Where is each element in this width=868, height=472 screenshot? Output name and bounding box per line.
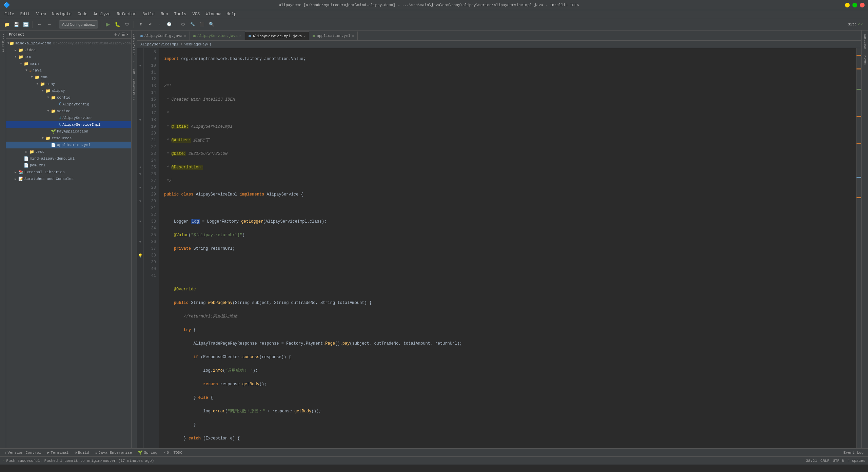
- breadcrumb-arrow: ›: [180, 42, 182, 46]
- menu-window[interactable]: Window: [203, 11, 223, 17]
- search-button[interactable]: 🔍: [208, 20, 216, 28]
- git-push-icon: ↑: [3, 459, 5, 463]
- menu-edit[interactable]: Edit: [18, 11, 33, 17]
- run-button[interactable]: ▶: [104, 20, 112, 28]
- bottom-tab-todo[interactable]: ✓ 6: TODO: [161, 450, 185, 455]
- vcs-update-button[interactable]: ⬆: [137, 20, 145, 28]
- debug-button[interactable]: 🐛: [113, 20, 121, 28]
- back-button[interactable]: ←: [36, 20, 44, 28]
- arrow-resources: ▼: [40, 137, 45, 140]
- tree-item-alipay[interactable]: ▼ 📁 alipay: [6, 87, 131, 94]
- coverage-button[interactable]: 🛡: [123, 20, 131, 28]
- vcs-push-button[interactable]: ↑: [156, 20, 164, 28]
- tab-alipay-service[interactable]: AlipayService.java ✕: [190, 32, 245, 40]
- tab-close-app-yml[interactable]: ✕: [352, 34, 354, 38]
- git-push-status[interactable]: ↑ Push successful: Pushed 1 commit to or…: [3, 459, 154, 463]
- menu-file[interactable]: File: [2, 11, 17, 17]
- favorites-tab[interactable]: 2: Favorites: [132, 32, 136, 57]
- tab-icon-app-yml: [313, 35, 315, 37]
- maven-panel-tab[interactable]: Maven: [863, 54, 867, 67]
- project-tab-vert[interactable]: 1: Project: [1, 32, 5, 54]
- menu-analyze[interactable]: Analyze: [91, 11, 113, 17]
- tab-application-yml[interactable]: application.yml ✕: [309, 32, 358, 40]
- gutter-8: [137, 49, 143, 56]
- status-position[interactable]: 38:21: [806, 459, 817, 463]
- menu-view[interactable]: View: [34, 11, 49, 17]
- tree-item-test[interactable]: ▶ 📁 test: [6, 148, 131, 155]
- structure-tab[interactable]: 7: Structure: [132, 77, 136, 102]
- tree-item-scratches[interactable]: ▶ 📝 Scratches and Consoles: [6, 176, 131, 182]
- tree-item-pom[interactable]: ▶ 📄 pom.xml: [6, 162, 131, 169]
- status-indent[interactable]: 4 spaces: [847, 459, 865, 463]
- scratches-label: Scratches and Consoles: [24, 177, 74, 181]
- web-tab[interactable]: Web: [132, 67, 136, 76]
- open-file-button[interactable]: 📁: [3, 20, 11, 28]
- left-vertical-tabs: 1: Project: [0, 30, 6, 448]
- tab-close-alipay-service-impl[interactable]: ✕: [303, 34, 305, 38]
- structure-tab-left[interactable]: ★: [132, 59, 136, 65]
- project-sync-icon[interactable]: ⇌: [118, 32, 120, 37]
- bottom-tab-event-log[interactable]: Event Log: [841, 450, 866, 455]
- code-editor[interactable]: ▼ ▼ ● ▼ ▼: [137, 48, 861, 448]
- project-gear-icon[interactable]: ⚙: [114, 32, 117, 37]
- tree-item-resources[interactable]: ▼ 📁 resources: [6, 135, 131, 142]
- external-tools-button[interactable]: 🔧: [189, 20, 197, 28]
- tab-alipay-service-impl[interactable]: AlipayServiceImpl.java ✕: [245, 32, 309, 40]
- menu-build[interactable]: Build: [140, 11, 157, 17]
- tree-item-config[interactable]: ▼ 📁 config: [6, 94, 131, 101]
- gutter-34: [137, 225, 143, 232]
- project-settings-icon[interactable]: ☰: [121, 32, 125, 37]
- tree-item-src[interactable]: ▼ 📁 src: [6, 54, 131, 60]
- run-config-selector[interactable]: Add Configuration...: [59, 20, 98, 28]
- status-encoding[interactable]: UTF-8: [833, 459, 844, 463]
- vcs-history-button[interactable]: 🕐: [165, 20, 173, 28]
- tree-item-pay-application[interactable]: ▶ 🌱 PayApplication: [6, 128, 131, 135]
- sync-button[interactable]: 🔄: [22, 20, 30, 28]
- code-content[interactable]: import org.springframework.beans.factory…: [159, 48, 856, 448]
- tree-item-root[interactable]: ▼ 📁 mind-alipay-demo D:\code\MyGiteeProj…: [6, 40, 131, 47]
- breadcrumb-method[interactable]: webPagePay(): [184, 42, 211, 46]
- bulb-icon[interactable]: 💡: [138, 253, 143, 258]
- tree-item-idea[interactable]: ▶ 📁 .idea: [6, 47, 131, 54]
- terminal-button[interactable]: ⬛: [198, 20, 206, 28]
- forward-button[interactable]: →: [45, 20, 53, 28]
- vcs-commit-button[interactable]: ✔: [146, 20, 154, 28]
- tree-item-main[interactable]: ▼ 📁 main: [6, 60, 131, 67]
- minimize-button[interactable]: [845, 3, 850, 7]
- tree-item-serice[interactable]: ▼ 📁 serice: [6, 108, 131, 115]
- menu-run[interactable]: Run: [158, 11, 171, 17]
- save-button[interactable]: 💾: [12, 20, 20, 28]
- bottom-tab-terminal[interactable]: ▶ Terminal: [45, 450, 71, 455]
- tree-item-iml[interactable]: ▶ 📄 mind-alipay-demo.iml: [6, 155, 131, 162]
- bottom-tab-build[interactable]: ⚙ Build: [72, 450, 92, 455]
- bottom-tab-spring[interactable]: 🌱 Spring: [135, 450, 160, 455]
- tab-alipay-config[interactable]: AlipayConfig.java ✕: [137, 32, 190, 40]
- menu-help[interactable]: Help: [224, 11, 239, 17]
- tree-item-alipay-config[interactable]: ▶ C AlipayConfig: [6, 101, 131, 108]
- tree-item-alipay-service-impl[interactable]: ▶ C AlipayServiceImpl: [6, 121, 131, 128]
- menu-navigate[interactable]: Navigate: [49, 11, 74, 17]
- menu-vcs[interactable]: VCS: [190, 11, 203, 17]
- status-line-ending[interactable]: CRLF: [821, 459, 829, 463]
- bottom-tab-vcs[interactable]: ↑ Version Control: [2, 450, 44, 455]
- project-close-icon[interactable]: ✕: [126, 32, 129, 37]
- menu-tools[interactable]: Tools: [172, 11, 189, 17]
- tab-close-alipay-config[interactable]: ✕: [184, 34, 186, 38]
- tree-item-alipay-service[interactable]: ▶ I AlipayService: [6, 115, 131, 121]
- close-button[interactable]: [860, 3, 865, 7]
- git-status[interactable]: Git: ✓ ✓: [846, 21, 865, 27]
- tab-label-alipay-service: AlipayService.java: [197, 34, 238, 38]
- tree-item-com[interactable]: ▼ 📁 com: [6, 74, 131, 81]
- settings-button[interactable]: ⚙: [179, 20, 187, 28]
- database-panel-tab[interactable]: Database: [863, 32, 867, 51]
- tree-item-java[interactable]: ▼ ☕ java: [6, 67, 131, 74]
- breadcrumb-file[interactable]: AlipayServiceImpl: [140, 42, 178, 46]
- menu-refactor[interactable]: Refactor: [114, 11, 139, 17]
- tree-item-tony[interactable]: ▼ 📁 tony: [6, 81, 131, 87]
- tree-item-application-yml[interactable]: ▶ 📄 application.yml: [6, 142, 131, 148]
- bottom-tab-java-enterprise[interactable]: ☕ Java Enterprise: [93, 450, 135, 455]
- tab-close-alipay-service[interactable]: ✕: [239, 34, 241, 38]
- maximize-button[interactable]: [852, 3, 857, 7]
- tree-item-external-libs[interactable]: ▶ 📚 External Libraries: [6, 169, 131, 176]
- menu-code[interactable]: Code: [75, 11, 90, 17]
